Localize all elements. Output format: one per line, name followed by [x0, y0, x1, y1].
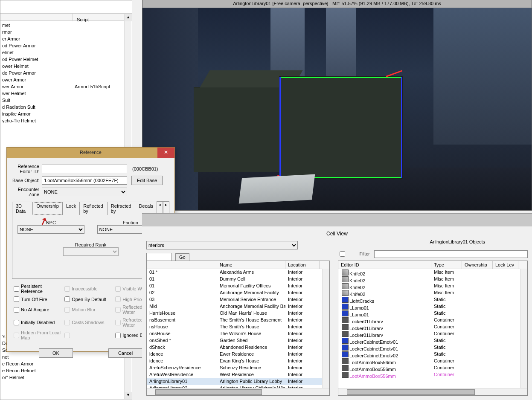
- required-rank-select: [63, 247, 119, 256]
- cell-row[interactable]: ArefuWestResidenceWest ResidenceInterior: [147, 371, 322, 378]
- go-button[interactable]: Go: [175, 253, 189, 261]
- tab-ownership[interactable]: Ownership: [32, 202, 63, 215]
- cell-row[interactable]: 02Anchorage Memorial FacilityInterior: [147, 290, 322, 296]
- object-row[interactable]: LightCracksStatic: [338, 296, 520, 303]
- object-row[interactable]: LootAmmoBox556mmContainer: [338, 365, 520, 371]
- filter-input[interactable]: [374, 250, 528, 258]
- list-item[interactable]: wer Helmet: [0, 90, 125, 97]
- tab-refracted-by[interactable]: Refracted by: [107, 202, 136, 215]
- object-row[interactable]: Knife02Misc Item: [338, 276, 520, 283]
- cell-row[interactable]: nsHouseThe Smith's HouseInterior: [147, 324, 322, 330]
- ref-id-input[interactable]: [42, 165, 127, 173]
- list-item[interactable]: rmor: [0, 29, 125, 35]
- cell-row[interactable]: ArlingtonLibrary01Arlington Public Libra…: [147, 378, 322, 385]
- list-item[interactable]: de Power Armor: [0, 70, 125, 76]
- cells-scrollbar-h[interactable]: [147, 388, 329, 395]
- cell-row[interactable]: onsShed *Garden ShedInterior: [147, 337, 322, 344]
- obj-col-ownership[interactable]: Ownership: [462, 261, 493, 269]
- cell-row[interactable]: onsHouseThe Wilson's HouseInterior: [147, 330, 322, 337]
- object-row[interactable]: Knife02Misc Item: [338, 290, 520, 296]
- list-item[interactable]: d Radiation Suit: [0, 104, 125, 110]
- list-item[interactable]: ower Helmet: [0, 63, 125, 70]
- cells-col-id[interactable]: [147, 261, 217, 269]
- cell-row[interactable]: HarrisHouseOld Man Harris' HouseInterior: [147, 310, 322, 317]
- checkbox-open-by-default[interactable]: Open By Default: [64, 295, 115, 303]
- cell-row[interactable]: dShackAbandoned ResidenceInterior: [147, 344, 322, 351]
- npc-select[interactable]: NONE: [17, 225, 84, 234]
- viewport-scene[interactable]: [142, 8, 532, 210]
- obj-col-lock[interactable]: Lock Lev: [493, 261, 518, 269]
- cell-row[interactable]: 03Memorial Service EntranceInterior: [147, 296, 322, 303]
- obj-col-editor-id[interactable]: Editor ID: [338, 261, 431, 269]
- cell-row[interactable]: 01Dummy CellInterior: [147, 276, 322, 283]
- tab-scroll-left-icon[interactable]: ◂: [157, 201, 163, 214]
- encounter-zone-select[interactable]: NONE: [42, 188, 127, 196]
- close-icon[interactable]: ✕: [157, 148, 174, 158]
- list-item[interactable]: od Power Helmet: [0, 56, 125, 63]
- list-item[interactable]: wer ArmorArmorT51bScript: [0, 83, 125, 90]
- list-item[interactable]: ower Armor: [0, 76, 125, 83]
- cells-list: Name Location 01 *Alexandria ArmsInterio…: [146, 261, 330, 396]
- worldspace-select[interactable]: nteriors: [146, 241, 298, 249]
- list-item[interactable]: e Recon Helmet: [0, 367, 125, 374]
- checkbox-turn-off-fire[interactable]: Turn Off Fire: [14, 295, 64, 303]
- checkbox-initially-disabled[interactable]: Initially Disabled: [14, 316, 64, 329]
- cell-row[interactable]: idenceEvan King's HouseInterior: [147, 358, 322, 365]
- cells-col-name[interactable]: Name: [217, 261, 285, 269]
- tab-lock[interactable]: Lock: [62, 202, 80, 215]
- render-viewport[interactable]: ArlingtonLibrary01 [Free camera, perspec…: [142, 0, 532, 211]
- list-item[interactable]: er Armor: [0, 35, 125, 42]
- obj-col-type[interactable]: Type: [431, 261, 462, 269]
- cell-row[interactable]: ArlingtonLibrary02Arlington Library Chil…: [147, 385, 322, 388]
- object-row[interactable]: Locker01LibraryContainer: [338, 330, 520, 337]
- cell-row[interactable]: 01Memorial Facility OfficesInterior: [147, 283, 322, 290]
- object-row[interactable]: LLamp01Static: [338, 303, 520, 310]
- list-item[interactable]: elmet: [0, 49, 125, 56]
- cancel-button[interactable]: Cancel: [108, 348, 142, 358]
- cell-row[interactable]: nsBasementThe Smith's House BasementInte…: [147, 317, 322, 324]
- object-row[interactable]: Locker01LibraryContainer: [338, 317, 520, 324]
- scene-crate[interactable]: [194, 87, 288, 172]
- object-row[interactable]: LLamp01Static: [338, 310, 520, 317]
- cells-col-location[interactable]: Location: [285, 261, 320, 269]
- object-row[interactable]: LockerCabinetEmpty01Static: [338, 337, 520, 344]
- object-row[interactable]: Locker01LibraryContainer: [338, 324, 520, 330]
- list-item[interactable]: od Power Armor: [0, 42, 125, 49]
- checkbox-inaccessible: Inaccessible: [64, 282, 115, 295]
- dialog-titlebar[interactable]: Reference ✕: [7, 148, 174, 158]
- object-row[interactable]: LockerCabinetEmpty01Static: [338, 344, 520, 351]
- tab-reflected-by[interactable]: Reflected by: [79, 202, 108, 215]
- ok-button[interactable]: OK: [39, 348, 73, 358]
- objects-scrollbar-h[interactable]: [338, 388, 527, 395]
- cell-row[interactable]: 01 *Alexandria ArmsInterior: [147, 269, 322, 276]
- base-object-input[interactable]: [42, 176, 127, 185]
- list-item[interactable]: or" Helmet: [0, 374, 125, 381]
- tab-3d-data[interactable]: 3D Data: [12, 202, 33, 215]
- scroll-up-icon[interactable]: ▲: [125, 14, 132, 21]
- knife-icon: [342, 276, 349, 282]
- list-item[interactable]: ycho-Tic Helmet: [0, 117, 125, 124]
- object-row[interactable]: Knife02Misc Item: [338, 283, 520, 290]
- cell-row[interactable]: MidAnchorage Memorial Facility BayInteri…: [147, 303, 322, 310]
- object-row[interactable]: LockerCabinetEmpty02Static: [338, 351, 520, 358]
- cell-filter-input[interactable]: [146, 253, 172, 261]
- container-icon: [342, 324, 349, 330]
- cell-row[interactable]: ArefuSchenzyResidenceSchenzy ResidenceIn…: [147, 365, 322, 371]
- scroll-down-icon[interactable]: ▼: [125, 392, 132, 399]
- list-item[interactable]: met: [0, 22, 125, 29]
- edit-base-button[interactable]: Edit Base: [131, 176, 163, 185]
- list-item[interactable]: Suit: [0, 97, 125, 104]
- scene-crate-selected[interactable]: [279, 76, 403, 179]
- cells-scrollbar-v[interactable]: [322, 269, 329, 388]
- list-item[interactable]: inspike Armor: [0, 110, 125, 117]
- object-row[interactable]: LootAmmoBox556mmContainer: [338, 371, 520, 378]
- object-row[interactable]: LootAmmoBox556mmContainer: [338, 358, 520, 365]
- checkbox-no-ai-acquire[interactable]: No AI Acquire: [14, 303, 64, 316]
- col-blank[interactable]: [0, 14, 73, 21]
- cell-row[interactable]: idenceEwer ResidenceInterior: [147, 351, 322, 358]
- objects-scrollbar-v[interactable]: [520, 269, 527, 388]
- checkbox-persistent-reference[interactable]: Persistent Reference: [14, 282, 64, 295]
- filter-checkbox[interactable]: [340, 251, 345, 257]
- tab-scroll-right-icon[interactable]: ▸: [163, 201, 169, 214]
- object-row[interactable]: Knife02Misc Item: [338, 269, 520, 276]
